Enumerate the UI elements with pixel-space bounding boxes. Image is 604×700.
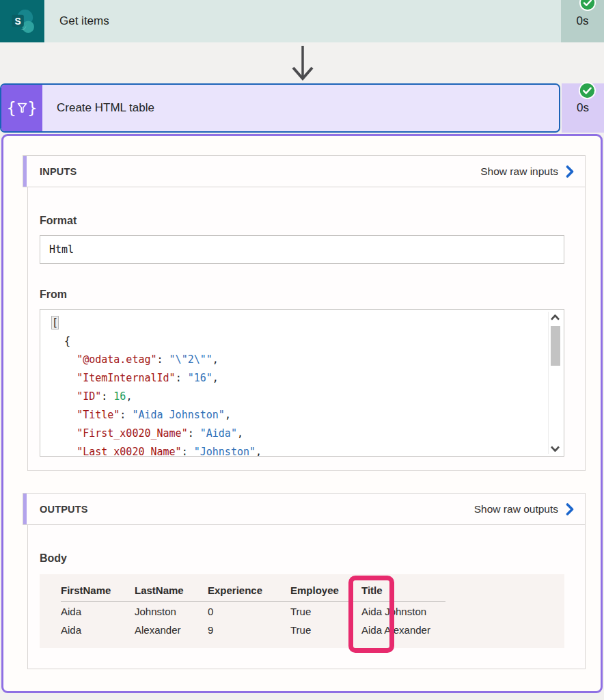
- outputs-section-body: Body FirstNameLastNameExperienceEmployee…: [27, 525, 586, 669]
- create-html-table-title: Create HTML table: [57, 101, 154, 115]
- flow-run-screen: S Get items 0s { }: [0, 0, 604, 700]
- success-check-icon: [579, 0, 596, 11]
- chevron-right-icon: [566, 165, 574, 178]
- body-table-column-header: LastName: [135, 582, 208, 602]
- body-table-cell: Johnston: [135, 602, 208, 621]
- code-line: "ItemInternalId": "16",: [52, 369, 543, 388]
- create-html-table-card[interactable]: { } Create HTML table 0s: [0, 83, 604, 133]
- svg-text:S: S: [14, 16, 20, 27]
- show-raw-outputs-label: Show raw outputs: [474, 503, 558, 515]
- body-table-cell: 9: [208, 620, 290, 638]
- format-value: Html: [49, 243, 74, 256]
- inputs-accent-bar: [23, 156, 27, 187]
- code-line: "First_x0020_Name": "Aida",: [52, 425, 543, 443]
- create-html-table-title-area[interactable]: Create HTML table: [42, 85, 559, 131]
- get-items-title-area[interactable]: Get items: [44, 0, 561, 42]
- scroll-down-icon: [550, 445, 560, 453]
- outputs-accent-bar: [23, 494, 27, 524]
- from-label: From: [40, 288, 564, 301]
- data-operation-icon: { }: [1, 85, 42, 131]
- body-table-row: AidaJohnston0TrueAida Johnston: [61, 602, 445, 621]
- from-code-editor[interactable]: [ { "@odata.etag": "\"2\"", "ItemInterna…: [40, 309, 564, 457]
- body-table-column-header: Employee: [290, 582, 361, 602]
- body-label: Body: [40, 552, 564, 565]
- body-table-cell: Aida Alexander: [361, 620, 445, 638]
- body-table-row: AidaAlexander9TrueAida Alexander: [61, 620, 445, 638]
- get-items-title: Get items: [59, 14, 109, 28]
- sharepoint-icon: S: [0, 0, 44, 42]
- body-table-cell: Aida Johnston: [361, 602, 445, 621]
- code-line: [: [52, 314, 543, 332]
- inputs-title: INPUTS: [40, 166, 77, 177]
- body-table-cell: True: [290, 602, 361, 621]
- body-table-rows: AidaJohnston0TrueAida JohnstonAidaAlexan…: [61, 602, 445, 639]
- scroll-up-icon: [550, 314, 560, 321]
- show-raw-inputs-label: Show raw inputs: [480, 165, 558, 178]
- outputs-title: OUTPUTS: [40, 504, 88, 515]
- outputs-section-header: OUTPUTS Show raw outputs: [23, 493, 586, 525]
- body-output-panel: FirstNameLastNameExperienceEmployeeTitle…: [40, 574, 564, 648]
- scrollbar-thumb[interactable]: [551, 326, 560, 366]
- get-items-card[interactable]: S Get items 0s: [0, 0, 604, 42]
- code-line: {: [52, 332, 543, 351]
- body-table-head-row: FirstNameLastNameExperienceEmployeeTitle: [61, 582, 445, 602]
- format-label: Format: [40, 215, 564, 227]
- show-raw-inputs-link[interactable]: Show raw inputs: [480, 165, 574, 178]
- format-value-field[interactable]: Html: [40, 235, 564, 264]
- success-check-icon: [579, 82, 596, 99]
- code-line: "@odata.etag": "\"2\"",: [52, 351, 543, 369]
- inputs-section-body: Format Html From [ { "@odata.etag": "\"2…: [27, 187, 586, 471]
- body-table-cell: True: [290, 620, 361, 638]
- chevron-right-icon: [566, 503, 574, 515]
- code-scrollbar[interactable]: [548, 312, 562, 454]
- body-table-column-header: Experience: [208, 582, 290, 602]
- show-raw-outputs-link[interactable]: Show raw outputs: [474, 503, 574, 515]
- body-table-column-header: Title: [361, 582, 445, 602]
- body-table-cell: Aida: [61, 620, 135, 638]
- inputs-section-header: INPUTS Show raw inputs: [23, 155, 586, 187]
- code-line: "ID": 16,: [52, 388, 543, 406]
- action-details-panel: INPUTS Show raw inputs Format Html From …: [1, 134, 603, 693]
- body-table-cell: Alexander: [135, 620, 208, 638]
- create-html-table-card-inner[interactable]: { } Create HTML table: [0, 83, 560, 133]
- from-code-lines: [ { "@odata.etag": "\"2\"", "ItemInterna…: [52, 314, 543, 457]
- code-line: "Last_x0020_Name": "Johnston",: [52, 443, 543, 457]
- body-table-column-header: FirstName: [61, 582, 135, 602]
- body-output-table: FirstNameLastNameExperienceEmployeeTitle…: [61, 582, 445, 638]
- connector-arrow-icon: [0, 45, 604, 82]
- body-table-cell: Aida: [61, 602, 135, 621]
- code-line: "Title": "Aida Johnston",: [52, 406, 543, 425]
- body-table-cell: 0: [208, 602, 290, 621]
